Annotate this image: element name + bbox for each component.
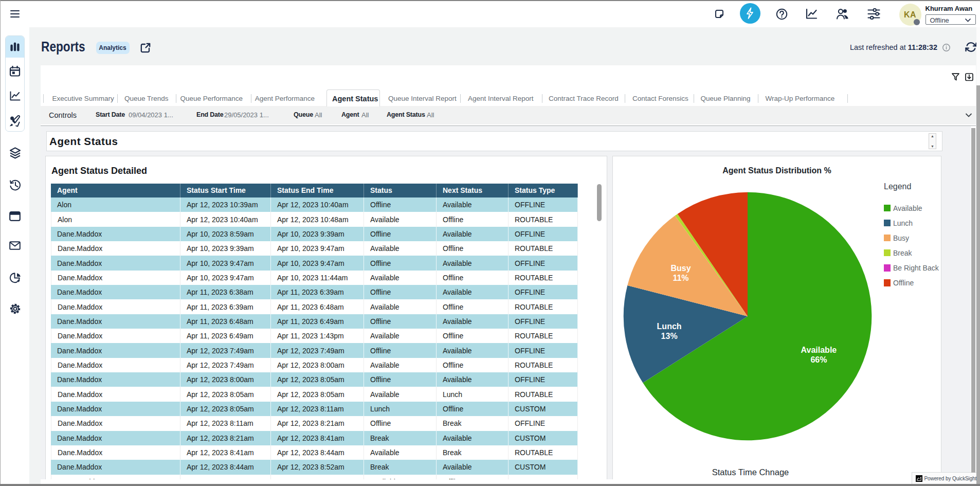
svg-text:11%: 11% [673, 273, 688, 282]
svg-text:Lunch: Lunch [657, 322, 682, 331]
svg-text:Available: Available [801, 346, 837, 354]
svg-text:Busy: Busy [670, 264, 691, 273]
svg-text:66%: 66% [810, 355, 827, 364]
svg-text:13%: 13% [661, 331, 678, 340]
